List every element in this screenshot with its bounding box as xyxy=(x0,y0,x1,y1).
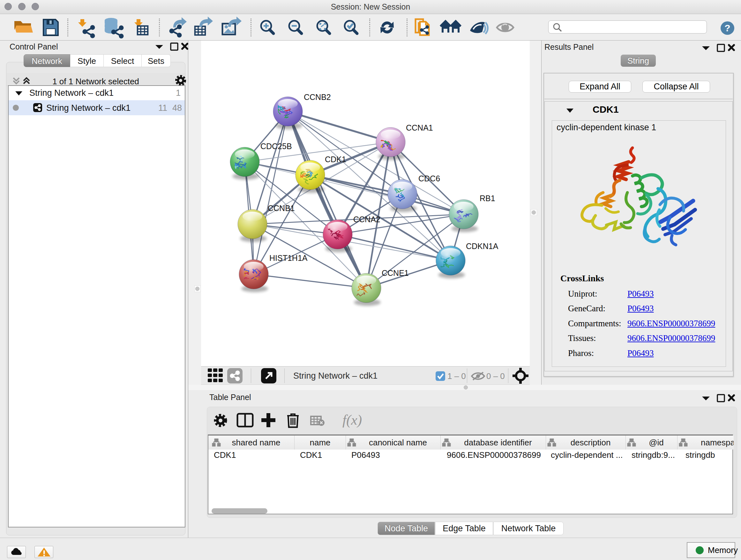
svg-text:CCNB2: CCNB2 xyxy=(304,92,331,102)
svg-text:CDC6: CDC6 xyxy=(418,174,440,183)
svg-text:CCNA1: CCNA1 xyxy=(406,123,433,132)
svg-text:CDK1: CDK1 xyxy=(325,155,346,164)
svg-text:CDKN1A: CDKN1A xyxy=(466,242,498,251)
svg-text:CCNE1: CCNE1 xyxy=(382,268,409,277)
svg-text:CDC25B: CDC25B xyxy=(260,142,292,151)
svg-text:CCNA2: CCNA2 xyxy=(353,215,381,224)
svg-text:f(x): f(x) xyxy=(342,412,362,428)
svg-text:HIST1H1A: HIST1H1A xyxy=(269,253,308,262)
svg-text:RB1: RB1 xyxy=(480,194,495,203)
svg-text:CCNB1: CCNB1 xyxy=(268,204,295,212)
